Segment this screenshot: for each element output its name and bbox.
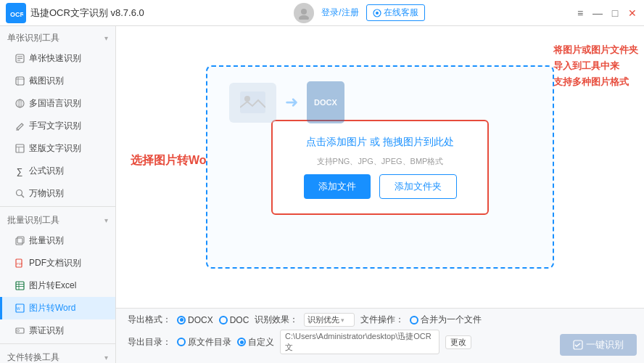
handwrite-icon	[15, 121, 25, 131]
sidebar-item-formula[interactable]: ∑ 公式识别	[0, 160, 115, 182]
svg-point-2	[301, 9, 307, 15]
radio-merge-circle	[410, 316, 418, 325]
minimize-button[interactable]: —	[592, 7, 603, 19]
radio-doc[interactable]: DOC	[219, 315, 249, 325]
sidebar-item-batch[interactable]: 批量识别	[0, 229, 115, 252]
svg-point-20	[16, 190, 22, 196]
svg-point-33	[17, 330, 19, 332]
chevron-icon: ▾	[104, 34, 108, 42]
screenshot-icon	[15, 76, 25, 86]
sidebar-item-allrecog[interactable]: 万物识别	[0, 182, 115, 205]
pdf-icon: PDF	[15, 258, 25, 269]
add-file-buttons: 添加文件 添加文件夹	[304, 174, 457, 199]
svg-point-3	[299, 15, 309, 20]
deco-arrow-icon: ➜	[285, 93, 298, 112]
title-bar: OCR 迅捷OCR文字识别 v8.7.6.0 登录/注册 在线客服 ≡ — □ …	[0, 0, 644, 26]
svg-text:W: W	[17, 306, 20, 311]
app-logo: OCR	[6, 3, 26, 23]
add-file-button[interactable]: 添加文件	[304, 174, 371, 199]
app-title: 迅捷OCR文字识别 v8.7.6.0	[30, 7, 144, 20]
single-quick-icon	[15, 54, 25, 64]
recognize-button[interactable]: 一键识别	[560, 334, 637, 356]
recognize-effect-select[interactable]: 识别优先 ▾	[304, 313, 355, 327]
bottom-row-2: 导出目录： 原文件目录 自定义 C:\Users\Administrator\d…	[128, 330, 632, 354]
title-bar-right: ≡ — □ ✕	[574, 7, 638, 19]
maximize-button[interactable]: □	[609, 7, 621, 19]
table-icon	[15, 144, 25, 154]
radio-original-dir[interactable]: 原文件目录	[177, 336, 231, 348]
add-file-box: 点击添加图片 或 拖拽图片到此处 支持PNG、JPG、JPEG、BMP格式 添加…	[271, 120, 489, 215]
chevron-convert-icon: ▾	[104, 354, 108, 362]
sidebar-section-convert[interactable]: 文件转换工具 ▾	[0, 346, 115, 363]
chevron-select-icon: ▾	[341, 317, 344, 324]
svg-rect-23	[17, 237, 24, 243]
allrecog-icon	[15, 189, 25, 199]
output-path-input[interactable]: C:\Users\Administrator\desktop\迅捷OCR文	[280, 330, 439, 354]
callout-right: 将图片或图片文件夹导入到工具中来支持多种图片格式	[553, 42, 638, 90]
sidebar-item-handwrite[interactable]: 手写文字识别	[0, 115, 115, 137]
close-button[interactable]: ✕	[627, 7, 638, 19]
title-bar-center: 登录/注册 在线客服	[294, 3, 424, 23]
main-layout: 单张识别工具 ▾ 单张快速识别 截图识别 多国语言识别 手写文字识别	[0, 26, 644, 363]
service-button[interactable]: 在线客服	[366, 4, 425, 21]
svg-rect-26	[16, 282, 24, 290]
add-file-title: 点击添加图片 或 拖拽图片到此处	[306, 136, 454, 149]
file-op-label: 文件操作：	[360, 314, 404, 326]
svg-rect-35	[240, 91, 265, 113]
user-avatar	[294, 3, 314, 23]
svg-text:PDF: PDF	[17, 262, 23, 266]
sidebar-section-single[interactable]: 单张识别工具 ▾	[0, 26, 115, 47]
login-button[interactable]: 登录/注册	[321, 7, 358, 19]
svg-line-21	[21, 195, 24, 198]
multilang-icon	[15, 99, 25, 109]
drop-zone[interactable]: ➜ DOCX 点击添加图片 或 拖拽图片到此处 支持PNG、JPG、JPEG、B…	[206, 65, 554, 269]
sidebar-item-screenshot[interactable]: 截图识别	[0, 70, 115, 92]
img2word-icon: W	[15, 303, 25, 314]
sidebar: 单张识别工具 ▾ 单张快速识别 截图识别 多国语言识别 手写文字识别	[0, 26, 116, 363]
drop-zone-container: 选择图片转Word功能 → 将图片或图片文件夹导入到工具中来支持多种图片格式 →…	[116, 26, 644, 308]
radio-custom-dir-circle	[237, 338, 246, 346]
headset-icon	[373, 9, 381, 17]
svg-rect-22	[16, 238, 22, 245]
formula-icon: ∑	[15, 166, 25, 176]
sidebar-item-single-quick[interactable]: 单张快速识别	[0, 47, 115, 70]
recognize-effect-label: 识别效果：	[255, 314, 298, 326]
radio-original-dir-circle	[177, 338, 186, 346]
bottom-bar: 导出格式： DOCX DOC 识别效果： 识别优先 ▾ 文件操作： 合并为一	[116, 308, 644, 363]
sidebar-item-pdf[interactable]: PDF PDF文档识别	[0, 252, 115, 274]
radio-docx[interactable]: DOCX	[177, 315, 213, 325]
radio-docx-circle	[177, 316, 186, 325]
output-format-label: 导出格式：	[128, 314, 171, 326]
deco-docx-icon: DOCX	[307, 81, 344, 123]
chevron-batch-icon: ▾	[104, 216, 108, 224]
menu-button[interactable]: ≡	[574, 7, 586, 19]
sidebar-item-multilang[interactable]: 多国语言识别	[0, 92, 115, 115]
sidebar-item-img2excel[interactable]: 图片转Excel	[0, 274, 115, 297]
radio-merge[interactable]: 合并为一个文件	[410, 314, 482, 326]
batch-icon	[15, 236, 25, 246]
radio-doc-circle	[219, 316, 228, 325]
svg-point-5	[376, 12, 379, 15]
change-path-button[interactable]: 更改	[445, 335, 471, 349]
sidebar-item-table[interactable]: 竖版文字识别	[0, 137, 115, 160]
radio-custom-dir[interactable]: 自定义	[237, 336, 274, 348]
img2excel-icon	[15, 281, 25, 291]
add-folder-button[interactable]: 添加文件夹	[379, 174, 457, 199]
output-dir-label: 导出目录：	[128, 336, 171, 348]
deco-image-icon	[229, 83, 276, 123]
bottom-row-1: 导出格式： DOCX DOC 识别效果： 识别优先 ▾ 文件操作： 合并为一	[128, 313, 632, 327]
content-area: 选择图片转Word功能 → 将图片或图片文件夹导入到工具中来支持多种图片格式 →…	[116, 26, 644, 363]
title-bar-left: OCR 迅捷OCR文字识别 v8.7.6.0	[6, 3, 144, 23]
sidebar-item-idcard[interactable]: 票证识别	[0, 319, 115, 342]
svg-rect-17	[16, 144, 24, 152]
idcard-icon	[15, 326, 25, 336]
sidebar-section-batch[interactable]: 批量识别工具 ▾	[0, 208, 115, 229]
sidebar-item-img2word[interactable]: W 图片转Word	[0, 297, 115, 319]
svg-text:OCR: OCR	[10, 11, 23, 18]
add-file-formats: 支持PNG、JPG、JPEG、BMP格式	[317, 156, 444, 167]
svg-rect-10	[16, 77, 24, 85]
recognize-icon	[573, 340, 583, 350]
